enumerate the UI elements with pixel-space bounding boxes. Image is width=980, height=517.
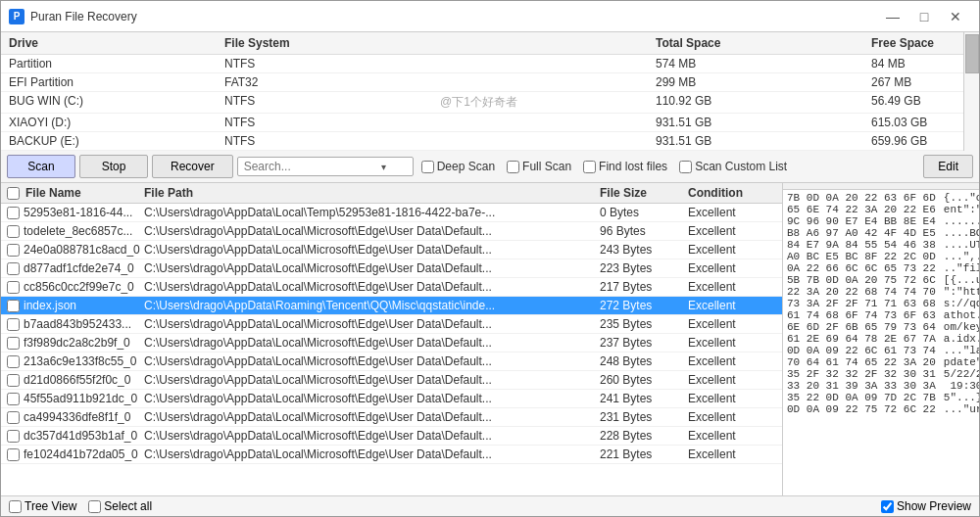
show-preview-checkbox[interactable]	[881, 500, 894, 513]
file-row[interactable]: todelete_8ec6857c... C:\Users\drago\AppD…	[1, 222, 782, 241]
file-row-name: 52953e81-1816-44...	[7, 206, 144, 219]
show-preview-label: Show Preview	[897, 499, 971, 513]
file-row-condition: Excellent	[688, 429, 776, 443]
file-row-path: C:\Users\drago\AppData\Local\Microsoft\E…	[144, 447, 600, 461]
title-controls: — □ ✕	[877, 4, 971, 29]
file-checkbox[interactable]	[7, 448, 20, 461]
file-row-condition: Excellent	[688, 354, 776, 368]
file-row[interactable]: fe1024d41b72da05_0 C:\Users\drago\AppDat…	[1, 446, 782, 464]
tree-view-checkbox[interactable]	[9, 500, 22, 513]
find-lost-checkbox[interactable]	[583, 161, 596, 173]
select-all-option[interactable]: Select all	[88, 499, 152, 513]
drive-hint	[440, 134, 656, 148]
stop-button[interactable]: Stop	[79, 155, 148, 178]
file-row-size: 237 Bytes	[600, 336, 688, 350]
hex-panel-header	[783, 183, 979, 190]
file-list[interactable]: 52953e81-1816-44... C:\Users\drago\AppDa…	[1, 204, 782, 495]
file-checkbox[interactable]	[7, 355, 20, 368]
file-checkbox[interactable]	[7, 207, 20, 219]
file-checkbox[interactable]	[7, 244, 20, 257]
file-row-name: d21d0866f55f2f0c_0	[7, 373, 144, 387]
file-row[interactable]: 213a6c9e133f8c55_0 C:\Users\drago\AppDat…	[1, 352, 782, 371]
drive-total: 931.51 GB	[656, 116, 871, 129]
drive-free: 267 MB	[871, 75, 956, 89]
drive-fs: FAT32	[224, 75, 440, 89]
show-preview-option[interactable]: Show Preview	[881, 499, 971, 513]
file-row[interactable]: ca4994336dfe8f1f_0 C:\Users\drago\AppDat…	[1, 408, 782, 427]
minimize-button[interactable]: —	[877, 4, 908, 29]
drive-table-wrapper: Drive File System Total Space Free Space…	[1, 32, 979, 151]
file-row-size: 0 Bytes	[600, 206, 688, 219]
file-checkbox[interactable]	[7, 430, 20, 443]
maximize-button[interactable]: □	[908, 4, 940, 29]
file-row[interactable]: dc357d41d953b1af_0 C:\Users\drago\AppDat…	[1, 427, 782, 446]
file-row-path: C:\Users\drago\AppData\Local\Microsoft\E…	[144, 243, 600, 257]
search-dropdown-icon[interactable]: ▾	[381, 162, 386, 172]
search-input[interactable]	[244, 160, 381, 173]
hex-panel: 7B 0D 0A 20 22 63 6F 6D 65 6E 74 22 3A 2…	[783, 183, 979, 495]
file-row[interactable]: 45f55ad911b921dc_0 C:\Users\drago\AppDat…	[1, 390, 782, 408]
total-col-header: Total Space	[656, 36, 871, 50]
drive-fs: NTFS	[224, 57, 440, 70]
drive-row[interactable]: XIAOYI (D:) NTFS 931.51 GB 615.03 GB	[1, 114, 963, 132]
recover-button[interactable]: Recover	[152, 155, 233, 178]
file-row[interactable]: b7aad843b952433... C:\Users\drago\AppDat…	[1, 315, 782, 334]
header-checkbox[interactable]	[7, 187, 20, 200]
edit-button[interactable]: Edit	[923, 155, 973, 178]
file-checkbox[interactable]	[7, 318, 20, 331]
drive-row[interactable]: BACKUP (E:) NTFS 931.51 GB 659.96 GB	[1, 132, 963, 151]
file-row[interactable]: cc856c0cc2f99e7c_0 C:\Users\drago\AppDat…	[1, 278, 782, 297]
full-scan-option[interactable]: Full Scan	[507, 160, 571, 173]
filesize-col-header: File Size	[600, 186, 688, 200]
app-icon: P	[9, 9, 24, 24]
file-row-name: fe1024d41b72da05_0	[7, 447, 144, 461]
select-all-label: Select all	[104, 499, 152, 513]
file-checkbox[interactable]	[7, 281, 20, 294]
drive-row[interactable]: EFI Partition FAT32 299 MB 267 MB	[1, 73, 963, 92]
scan-button[interactable]: Scan	[7, 155, 75, 178]
file-checkbox[interactable]	[7, 393, 20, 405]
file-row[interactable]: d877adf1cfde2e74_0 C:\Users\drago\AppDat…	[1, 259, 782, 278]
select-all-checkbox[interactable]	[88, 500, 101, 513]
file-checkbox[interactable]	[7, 337, 20, 350]
deep-scan-option[interactable]: Deep Scan	[421, 160, 495, 173]
file-row[interactable]: f3f989dc2a8c2b9f_0 C:\Users\drago\AppDat…	[1, 334, 782, 352]
file-row[interactable]: 52953e81-1816-44... C:\Users\drago\AppDa…	[1, 204, 782, 222]
file-row-condition: Excellent	[688, 336, 776, 350]
drive-hint	[440, 57, 656, 70]
file-checkbox[interactable]	[7, 225, 20, 238]
drive-name: BUG WIN (C:)	[9, 94, 224, 111]
tree-view-option[interactable]: Tree View	[9, 499, 76, 513]
file-row[interactable]: 24e0a088781c8acd_0 C:\Users\drago\AppDat…	[1, 241, 782, 259]
drive-scrollbar[interactable]	[963, 32, 979, 151]
file-panel: File Name File Path File Size Condition …	[1, 183, 783, 495]
file-checkbox[interactable]	[7, 411, 20, 424]
file-row-path: C:\Users\drago\AppData\Local\Microsoft\E…	[144, 261, 600, 275]
file-checkbox[interactable]	[7, 262, 20, 275]
file-row-size: 217 Bytes	[600, 280, 688, 294]
drive-row[interactable]: Partition NTFS 574 MB 84 MB	[1, 55, 963, 73]
file-checkbox[interactable]	[7, 374, 20, 387]
file-row[interactable]: d21d0866f55f2f0c_0 C:\Users\drago\AppDat…	[1, 371, 782, 390]
drive-section: Drive File System Total Space Free Space…	[1, 32, 979, 151]
drive-fs: NTFS	[224, 134, 440, 148]
file-row-selected[interactable]: index.json C:\Users\drago\AppData\Roamin…	[1, 297, 782, 315]
filepath-col-header: File Path	[144, 186, 600, 200]
file-row-condition: Excellent	[688, 410, 776, 424]
toolbar: Scan Stop Recover ▾ Deep Scan Full Scan …	[1, 151, 979, 183]
window-title: Puran File Recovery	[30, 10, 137, 24]
custom-list-option[interactable]: Scan Custom List	[679, 160, 787, 173]
drive-total: 110.92 GB	[656, 94, 871, 111]
file-row-name: b7aad843b952433...	[7, 317, 144, 331]
file-checkbox[interactable]	[7, 300, 20, 312]
custom-list-checkbox[interactable]	[679, 161, 692, 173]
deep-scan-checkbox[interactable]	[421, 161, 434, 173]
file-row-condition: Excellent	[688, 317, 776, 331]
full-scan-checkbox[interactable]	[507, 161, 519, 173]
drive-row[interactable]: BUG WIN (C:) NTFS @下1个好奇者 110.92 GB 56.4…	[1, 92, 963, 114]
drive-fs: NTFS	[224, 116, 440, 129]
close-button[interactable]: ✕	[940, 4, 971, 29]
file-row-path: C:\Users\drago\AppData\Local\Microsoft\E…	[144, 336, 600, 350]
search-box[interactable]: ▾	[237, 157, 414, 176]
find-lost-option[interactable]: Find lost files	[583, 160, 667, 173]
